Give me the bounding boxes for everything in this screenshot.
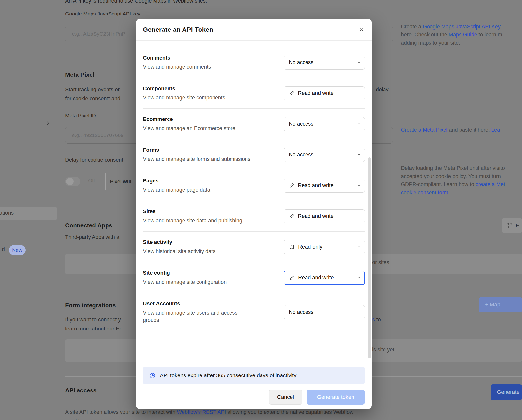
access-level-select[interactable]: Read and write bbox=[284, 179, 365, 193]
delay-help-line3: GDPR-compliant. Learn how to create a Me… bbox=[401, 180, 522, 189]
permission-description: View and manage an Ecommerce store bbox=[143, 125, 235, 132]
permission-description: View and manage site users and access gr… bbox=[143, 309, 252, 324]
permissions-scroll-area[interactable]: Comments View and manage comments No acc… bbox=[136, 41, 372, 367]
new-badge: New bbox=[9, 245, 26, 255]
find-apps-button[interactable]: F bbox=[502, 218, 522, 233]
permission-row: Site config View and manage site configu… bbox=[143, 262, 365, 293]
connected-apps-desc: Third-party Apps with a bbox=[65, 233, 136, 241]
permission-name: Forms bbox=[143, 147, 250, 153]
permission-description: View and manage site components bbox=[143, 94, 225, 101]
access-level-select[interactable]: Read-only bbox=[284, 240, 365, 254]
close-button[interactable] bbox=[356, 25, 366, 35]
pencil-icon bbox=[289, 90, 295, 96]
permission-info: Ecommerce View and manage an Ecommerce s… bbox=[143, 116, 235, 132]
empty-state-text-fragment: is site yet. bbox=[372, 347, 396, 353]
access-level-value: No access bbox=[289, 152, 313, 158]
pencil-icon bbox=[289, 213, 295, 219]
access-level-select[interactable]: No access bbox=[284, 148, 365, 162]
clock-icon bbox=[149, 372, 156, 379]
modal-header: Generate an API Token bbox=[136, 19, 372, 41]
cookie-consent-form-link[interactable]: cookie consent form bbox=[401, 190, 448, 195]
access-level-value: No access bbox=[289, 309, 313, 315]
permission-row: Site activity View historical site activ… bbox=[143, 232, 365, 262]
permission-row: Components View and manage site componen… bbox=[143, 78, 365, 109]
permission-row: Forms View and manage site forms and sub… bbox=[143, 139, 365, 170]
modal-footer: API tokens expire after 365 consecutive … bbox=[136, 367, 372, 409]
chevron-down-icon bbox=[357, 153, 361, 157]
collapse-chevron-icon[interactable] bbox=[45, 120, 51, 127]
generate-api-token-modal: Generate an API Token Comments View and … bbox=[136, 19, 372, 409]
divider bbox=[65, 5, 393, 5]
pencil-icon bbox=[289, 275, 295, 281]
book-icon bbox=[289, 244, 295, 250]
access-level-value: No access bbox=[289, 121, 313, 127]
maps-help-line2: here. Check out the Maps Guide to learn … bbox=[401, 31, 522, 39]
toggle-off-label: Off bbox=[88, 178, 95, 184]
pencil-icon bbox=[289, 182, 295, 188]
sidebar-label-fragment: d bbox=[2, 246, 5, 253]
pencil-icon bbox=[289, 90, 295, 96]
permission-info: Pages View and manage page data bbox=[143, 177, 210, 194]
chevron-down-icon bbox=[357, 184, 361, 187]
permission-info: User Accounts View and manage site users… bbox=[143, 300, 252, 324]
form-integrations-line1: If you want to connect y bbox=[65, 316, 137, 324]
permission-name: User Accounts bbox=[143, 300, 252, 307]
sidebar-item-label: ations bbox=[0, 210, 36, 216]
access-level-value: Read-only bbox=[298, 244, 322, 250]
access-level-value: Read and write bbox=[298, 182, 334, 189]
access-level-select[interactable]: Read and write bbox=[284, 209, 365, 223]
maps-guide-link[interactable]: Maps Guide bbox=[449, 32, 477, 38]
permission-row: Comments View and manage comments No acc… bbox=[143, 47, 365, 78]
cookie-consent-toggle[interactable] bbox=[65, 177, 80, 186]
generate-token-background-button[interactable]: Generate bbox=[491, 384, 522, 400]
permission-name: Components bbox=[143, 85, 225, 92]
access-level-select[interactable]: Read and write bbox=[284, 271, 365, 285]
permission-info: Sites View and manage site data and publ… bbox=[143, 208, 242, 224]
api-access-desc-line2: provides bbox=[65, 417, 164, 420]
google-maps-key-link[interactable]: Google Maps JavaScript API Key bbox=[423, 24, 501, 30]
pencil-icon bbox=[289, 213, 295, 219]
permission-name: Site config bbox=[143, 270, 227, 276]
learn-link[interactable]: Lea bbox=[491, 127, 500, 133]
permission-name: Pages bbox=[143, 177, 210, 184]
access-level-value: Read and write bbox=[298, 90, 334, 96]
meta-pixel-desc-line1: Start tracking events or bbox=[65, 86, 136, 94]
generate-token-button[interactable]: Generate token bbox=[307, 390, 365, 405]
permission-info: Site config View and manage site configu… bbox=[143, 270, 227, 286]
chevron-down-icon bbox=[357, 61, 361, 64]
access-level-select[interactable]: No access bbox=[284, 117, 365, 131]
permission-name: Comments bbox=[143, 54, 211, 61]
permission-description: View and manage site configuration bbox=[143, 278, 227, 286]
pencil-icon bbox=[289, 182, 295, 188]
permission-description: View historical site activity data bbox=[143, 248, 216, 255]
permission-description: View and manage comments bbox=[143, 63, 211, 71]
form-integrations-heading: Form integrations bbox=[65, 302, 116, 309]
empty-state-text-fragment: or sites. bbox=[372, 259, 391, 266]
modal-title: Generate an API Token bbox=[143, 26, 213, 33]
delay-help-line2: accepted your cookie policy. You must tu… bbox=[401, 172, 522, 180]
access-level-select[interactable]: Read and write bbox=[284, 86, 365, 100]
create-meta-link[interactable]: create a Met bbox=[476, 181, 505, 187]
modal-scrollbar-thumb[interactable] bbox=[368, 157, 371, 358]
add-map-button[interactable]: + Map bbox=[479, 297, 522, 312]
delay-help-line1: Delay loading the Meta Pixel until after… bbox=[401, 164, 522, 172]
permission-description: View and manage page data bbox=[143, 186, 210, 194]
pixel-help-line: Create a Meta Pixel and paste it here. L… bbox=[401, 126, 522, 134]
form-integrations-line1-right: s to bbox=[372, 316, 421, 324]
token-expiry-notice: API tokens expire after 365 consecutive … bbox=[143, 367, 365, 384]
meta-pixel-heading: Meta Pixel bbox=[65, 71, 94, 78]
access-level-value: Read and write bbox=[298, 275, 334, 281]
access-level-select[interactable]: No access bbox=[284, 305, 365, 319]
permission-row: Sites View and manage site data and publ… bbox=[143, 201, 365, 232]
find-apps-label: F bbox=[516, 222, 519, 229]
google-maps-key-label: Google Maps JavaScript API key bbox=[65, 11, 140, 17]
cancel-button[interactable]: Cancel bbox=[269, 390, 302, 405]
permission-description: View and manage site forms and submissio… bbox=[143, 155, 250, 163]
access-level-select[interactable]: No access bbox=[284, 56, 365, 70]
api-access-desc-line1: A site API token allows your site to int… bbox=[65, 408, 522, 416]
create-meta-pixel-link[interactable]: Create a Meta Pixel bbox=[401, 127, 447, 133]
form-integrations-line2: learn more about our Er bbox=[65, 325, 137, 333]
permission-row: User Accounts View and manage site users… bbox=[143, 293, 365, 331]
rest-api-link[interactable]: Webflow's REST API bbox=[177, 409, 226, 415]
meta-pixel-desc-line2: for cookie consent" and bbox=[65, 95, 136, 103]
